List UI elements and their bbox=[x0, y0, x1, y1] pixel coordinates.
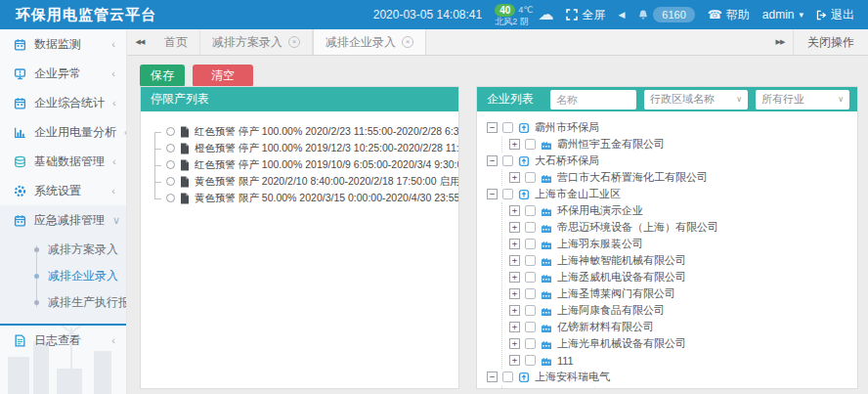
org-row[interactable]: − 霸州市环保局 bbox=[487, 119, 857, 136]
sidebar-item-enterprise-anomaly[interactable]: 企业异常 ‹ bbox=[0, 59, 126, 88]
company-row[interactable]: + 上海丞威机电设备有限公司 bbox=[509, 269, 857, 285]
checkbox[interactable] bbox=[525, 272, 536, 283]
checkbox[interactable] bbox=[525, 338, 536, 349]
sidebar-item-power-analysis[interactable]: 企业用电量分析 ‹ bbox=[0, 117, 126, 147]
sidebar-item-enterprise-statistics[interactable]: 企业综合统计 ‹ bbox=[0, 88, 126, 117]
checkbox[interactable] bbox=[525, 255, 536, 266]
sidebar-item-plan-entry[interactable]: 减排方案录入 bbox=[36, 237, 126, 263]
checkbox[interactable] bbox=[525, 205, 536, 216]
industry-filter-select[interactable]: 所有行业 ∨ bbox=[756, 90, 849, 109]
name-filter-input[interactable] bbox=[550, 90, 636, 109]
company-row[interactable]: + 环保用电演示企业 bbox=[509, 385, 857, 388]
radio-button[interactable] bbox=[166, 127, 175, 136]
expand-box-icon[interactable]: + bbox=[509, 239, 520, 249]
checkbox[interactable] bbox=[502, 189, 513, 199]
org-row[interactable]: − 大石桥环保局 bbox=[487, 153, 857, 169]
stop-limit-item[interactable]: 红色预警 停产 100.00% 2019/10/9 6:05:00-2020/3… bbox=[151, 156, 458, 173]
region-filter-select[interactable]: 行政区域名称 ∨ bbox=[644, 90, 748, 109]
expand-box-icon[interactable]: + bbox=[509, 305, 520, 316]
radio-button[interactable] bbox=[166, 144, 175, 153]
sidebar-item-emergency-reduction[interactable]: 应急减排管理 ∨ bbox=[0, 205, 126, 235]
collapse-box-icon[interactable]: − bbox=[487, 155, 498, 166]
notifications-button[interactable]: 6160 bbox=[637, 7, 694, 22]
company-row[interactable]: + 上海光阜机械设备有限公司 bbox=[509, 335, 857, 352]
radio-button[interactable] bbox=[166, 177, 175, 186]
chevron-left-icon: ‹ bbox=[111, 38, 115, 50]
checkbox[interactable] bbox=[525, 355, 536, 366]
company-row[interactable]: + 营口市大石桥置海化工有限公司 bbox=[509, 169, 857, 186]
stop-limit-item[interactable]: 红色预警 停产 100.00% 2020/2/23 11:55:00-2020/… bbox=[151, 123, 458, 140]
tab-home[interactable]: 首页 bbox=[152, 29, 200, 55]
collapse-box-icon[interactable]: − bbox=[487, 122, 498, 133]
stop-limit-item[interactable]: 黄色预警 限产 2020/2/10 8:40:00-2020/2/18 17:5… bbox=[151, 173, 458, 190]
company-row[interactable]: + 111 bbox=[509, 352, 857, 369]
checkbox[interactable] bbox=[525, 222, 536, 233]
sidebar-item-base-data[interactable]: 基础数据管理 ‹ bbox=[0, 147, 126, 176]
checkbox[interactable] bbox=[525, 172, 536, 183]
expand-box-icon[interactable]: + bbox=[509, 322, 520, 332]
clear-button[interactable]: 清空 bbox=[193, 65, 253, 87]
logout-button[interactable]: 退出 bbox=[816, 7, 854, 23]
radio-button[interactable] bbox=[166, 160, 175, 169]
tab-reduction-plan-entry[interactable]: 减排方案录入 × bbox=[200, 29, 313, 55]
stop-limit-item[interactable]: 橙色预警 停产 100.00% 2019/12/3 10:25:00-2020/… bbox=[151, 140, 458, 156]
company-row[interactable]: + 帝思迈环境设备（上海）有限公司 bbox=[509, 219, 857, 236]
tab-close-icon[interactable]: × bbox=[288, 36, 300, 48]
expand-box-icon[interactable]: + bbox=[509, 222, 520, 233]
org-icon bbox=[518, 155, 530, 167]
checkbox[interactable] bbox=[525, 322, 536, 332]
company-row[interactable]: + 上海圣博莱阀门有限公司 bbox=[509, 285, 857, 302]
company-row[interactable]: + 上海阿康食品有限公司 bbox=[509, 302, 857, 319]
stop-limit-item[interactable]: 黄色预警 限产 50.00% 2020/3/15 0:00:00-2020/4/… bbox=[151, 190, 458, 206]
save-button[interactable]: 保存 bbox=[140, 65, 185, 87]
expand-box-icon[interactable]: + bbox=[509, 355, 520, 366]
company-icon bbox=[541, 222, 552, 234]
expand-box-icon[interactable]: + bbox=[509, 338, 520, 349]
sidebar-item-data-monitoring[interactable]: 数据监测 ‹ bbox=[0, 29, 126, 59]
expand-box-icon[interactable]: + bbox=[509, 139, 520, 150]
org-row[interactable]: − 上海市金山工业区 bbox=[487, 186, 857, 202]
fullscreen-button[interactable]: 全屏 bbox=[566, 7, 605, 23]
document-icon bbox=[180, 176, 190, 188]
content-area: 保存 清空 停限产列表 红色预警 停产 100.00% 2020/2/23 11… bbox=[127, 56, 868, 394]
tabs-scroll-left-button[interactable]: ◀◀ bbox=[127, 29, 152, 55]
radio-button[interactable] bbox=[166, 194, 175, 202]
company-icon bbox=[541, 322, 552, 333]
checkbox[interactable] bbox=[525, 239, 536, 249]
user-menu[interactable]: admin ▾ bbox=[762, 8, 803, 22]
close-operations-button[interactable]: 关闭操作 bbox=[793, 29, 868, 55]
sidebar-item-log-view[interactable]: 日志查看 ‹ bbox=[0, 326, 126, 355]
collapse-box-icon[interactable]: − bbox=[487, 372, 498, 382]
sidebar-item-system-settings[interactable]: 系统设置 ‹ bbox=[0, 176, 126, 205]
company-icon bbox=[541, 288, 552, 300]
company-row[interactable]: + 霸州恒宇五金有限公司 bbox=[509, 136, 857, 153]
org-icon bbox=[518, 372, 530, 383]
checkbox[interactable] bbox=[502, 122, 513, 133]
checkbox[interactable] bbox=[502, 155, 513, 166]
checkbox[interactable] bbox=[525, 139, 536, 150]
chevron-left-icon: ‹ bbox=[111, 185, 115, 197]
company-icon bbox=[541, 255, 552, 267]
expand-box-icon[interactable]: + bbox=[509, 272, 520, 283]
company-row[interactable]: + 上海神敏智能机械有限公司 bbox=[509, 252, 857, 269]
org-row[interactable]: − 上海安科瑞电气 bbox=[487, 369, 857, 385]
tabs-scroll-right-button[interactable]: ▶▶ bbox=[767, 29, 793, 55]
sidebar-item-enterprise-entry[interactable]: 减排企业录入 bbox=[36, 263, 126, 289]
company-row[interactable]: + 亿镑新材料有限公司 bbox=[509, 319, 857, 335]
expand-box-icon[interactable]: + bbox=[509, 172, 520, 183]
expand-box-icon[interactable]: + bbox=[509, 205, 520, 216]
help-button[interactable]: ☎ 帮助 bbox=[708, 7, 750, 23]
caret-down-icon: ▾ bbox=[799, 10, 803, 20]
company-row[interactable]: + 上海羽东服装公司 bbox=[509, 236, 857, 252]
tab-close-icon[interactable]: × bbox=[402, 36, 413, 48]
company-row[interactable]: + 环保用电演示企业 bbox=[509, 202, 857, 219]
checkbox[interactable] bbox=[525, 288, 536, 299]
tab-reduction-enterprise-entry[interactable]: 减排企业录入 × bbox=[313, 29, 426, 55]
expand-box-icon[interactable]: + bbox=[509, 288, 520, 299]
expand-box-icon[interactable]: + bbox=[509, 255, 520, 266]
checkbox[interactable] bbox=[525, 305, 536, 316]
collapse-box-icon[interactable]: − bbox=[487, 189, 498, 199]
marquee-collapse-icon[interactable]: ◀ bbox=[618, 10, 625, 20]
checkbox[interactable] bbox=[502, 372, 513, 382]
sidebar-item-execution-report[interactable]: 减排生产执行报告 bbox=[36, 289, 126, 316]
